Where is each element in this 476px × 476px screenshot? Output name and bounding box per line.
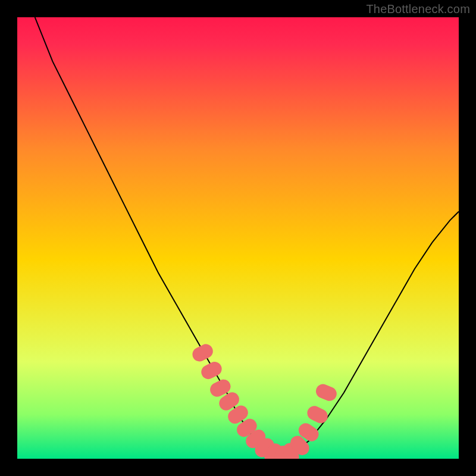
- chart-svg: [17, 17, 459, 459]
- chart-background: [17, 17, 459, 459]
- chart-plot-area: [17, 17, 459, 459]
- chart-frame: TheBottleneck.com: [0, 0, 476, 476]
- watermark-text: TheBottleneck.com: [366, 2, 470, 16]
